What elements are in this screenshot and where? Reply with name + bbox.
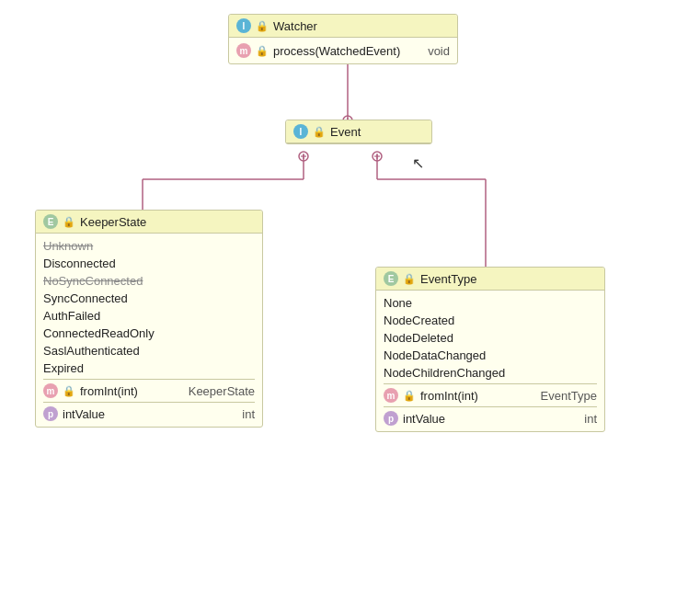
et-fromint-badge: m — [384, 388, 398, 403]
ks-fromint-lock: 🔒 — [63, 385, 75, 397]
keeperstate-lock-icon: 🔒 — [63, 216, 75, 228]
et-fromint-lock: 🔒 — [403, 390, 416, 402]
cursor-icon: ↖ — [412, 154, 424, 172]
et-intvalue-text: intValue — [403, 412, 445, 426]
watcher-lock-icon: 🔒 — [256, 20, 269, 32]
process-lock-icon: 🔒 — [256, 45, 269, 57]
watcher-header: I 🔒 Watcher — [229, 15, 457, 38]
et-divider1 — [384, 383, 597, 384]
event-lock-icon: 🔒 — [313, 126, 326, 138]
keeperstate-box: E 🔒 KeeperState Unknown Disconnected NoS… — [35, 210, 263, 428]
event-title: Event — [330, 125, 361, 139]
event-badge: I — [293, 124, 308, 139]
et-none-row: None — [384, 294, 597, 312]
process-type: void — [417, 44, 450, 58]
keeperstate-badge: E — [43, 214, 58, 229]
ks-fromint-row: m 🔒 fromInt(int) KeeperState — [43, 382, 255, 400]
et-nodecreated-row: NodeCreated — [384, 312, 597, 329]
ks-intvalue-type: int — [231, 407, 255, 421]
event-header: I 🔒 Event — [286, 120, 431, 143]
ks-fromint-type: KeeperState — [178, 384, 255, 398]
ks-intvalue-text: intValue — [63, 407, 105, 421]
event-box: I 🔒 Event — [285, 120, 432, 144]
ks-connectedreadonly-text: ConnectedReadOnly — [43, 326, 155, 340]
et-nodedeleted-row: NodeDeleted — [384, 329, 597, 347]
ks-fromint-text: fromInt(int) — [80, 384, 138, 398]
et-fromint-text: fromInt(int) — [420, 389, 478, 403]
et-nodedatachanged-row: NodeDataChanged — [384, 347, 597, 364]
et-fromint-row: m 🔒 fromInt(int) EventType — [384, 386, 597, 405]
svg-point-13 — [373, 152, 382, 161]
eventtype-box: E 🔒 EventType None NodeCreated NodeDelet… — [375, 267, 605, 432]
eventtype-badge: E — [384, 271, 398, 286]
ks-connectedreadonly-row: ConnectedReadOnly — [43, 325, 255, 342]
process-text: process(WatchedEvent) — [273, 44, 400, 58]
ks-nosynconnected-row: NoSyncConnected — [43, 272, 255, 290]
et-fromint-type: EventType — [530, 389, 597, 403]
eventtype-lock-icon: 🔒 — [403, 273, 416, 285]
keeperstate-title: KeeperState — [80, 215, 146, 229]
ks-syncconnected-text: SyncConnected — [43, 291, 128, 305]
et-nodedeleted-text: NodeDeleted — [384, 331, 453, 345]
et-nodedatachanged-text: NodeDataChanged — [384, 348, 486, 362]
ks-fromint-badge: m — [43, 383, 58, 398]
ks-disconnected-text: Disconnected — [43, 257, 116, 270]
et-nodechildrenchanged-text: NodeChildrenChanged — [384, 366, 505, 380]
svg-point-7 — [299, 152, 308, 161]
keeperstate-body: Unknown Disconnected NoSyncConnected Syn… — [36, 234, 262, 427]
ks-unknown-text: Unknown — [43, 239, 93, 253]
ks-expired-row: Expired — [43, 359, 255, 377]
ks-divider1 — [43, 379, 255, 380]
ks-syncconnected-row: SyncConnected — [43, 290, 255, 307]
watcher-badge: I — [236, 18, 251, 33]
ks-saslauthenticated-row: SaslAuthenticated — [43, 342, 255, 359]
process-row: m 🔒 process(WatchedEvent) void — [236, 41, 450, 60]
ks-expired-text: Expired — [43, 361, 84, 375]
diagram: I 🔒 Watcher m 🔒 process(WatchedEvent) vo… — [0, 0, 688, 616]
watcher-title: Watcher — [273, 19, 317, 33]
watcher-body: m 🔒 process(WatchedEvent) void — [229, 38, 457, 63]
et-none-text: None — [384, 296, 412, 310]
ks-authfailed-text: AuthFailed — [43, 309, 100, 323]
ks-saslauthenticated-text: SaslAuthenticated — [43, 344, 140, 358]
ks-disconnected-row: Disconnected — [43, 255, 255, 272]
ks-divider2 — [43, 402, 255, 403]
ks-intvalue-badge: p — [43, 406, 58, 421]
ks-authfailed-row: AuthFailed — [43, 307, 255, 325]
eventtype-body: None NodeCreated NodeDeleted NodeDataCha… — [376, 291, 604, 431]
ks-unknown-row: Unknown — [43, 237, 255, 255]
eventtype-title: EventType — [420, 272, 476, 286]
et-divider2 — [384, 406, 597, 407]
et-nodecreated-text: NodeCreated — [384, 314, 454, 327]
ks-nosyncconnected-text: NoSyncConnected — [43, 274, 143, 288]
keeperstate-header: E 🔒 KeeperState — [36, 211, 262, 234]
process-badge: m — [236, 43, 251, 58]
watcher-box: I 🔒 Watcher m 🔒 process(WatchedEvent) vo… — [228, 14, 458, 64]
et-intvalue-type: int — [573, 412, 597, 426]
et-intvalue-row: p intValue int — [384, 409, 597, 428]
ks-intvalue-row: p intValue int — [43, 405, 255, 423]
et-nodechildrenchanged-row: NodeChildrenChanged — [384, 364, 597, 382]
eventtype-header: E 🔒 EventType — [376, 268, 604, 291]
et-intvalue-badge: p — [384, 411, 398, 426]
